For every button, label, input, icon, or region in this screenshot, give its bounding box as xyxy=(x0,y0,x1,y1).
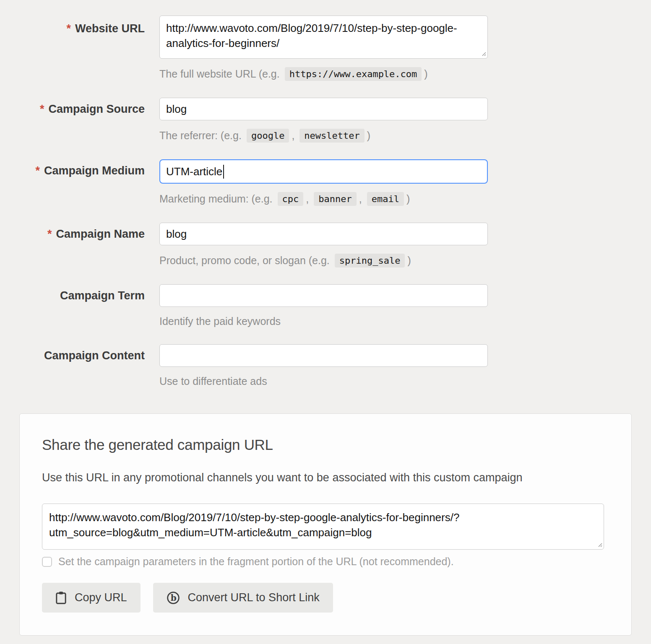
help-text: Identify the paid keywords xyxy=(159,315,281,327)
fragment-checkbox-label: Set the campaign parameters in the fragm… xyxy=(58,556,454,568)
help-code-example: https://www.example.com xyxy=(285,67,422,81)
utm-form: * Website URL http://www.wavoto.com/Blog… xyxy=(0,0,651,387)
field-label: Campaign Content xyxy=(44,349,145,362)
field-row-campaign-medium: * Campaign Medium UTM-article Marketing … xyxy=(0,159,651,206)
campaign-medium-help: Marketing medium: (e.g. cpc , banner , e… xyxy=(159,192,488,206)
help-text: , xyxy=(306,193,309,205)
field-row-website-url: * Website URL http://www.wavoto.com/Blog… xyxy=(0,16,651,81)
field-label: Campaign Source xyxy=(48,103,145,116)
website-url-textarea-wrap: http://www.wavoto.com/Blog/2019/7/10/ste… xyxy=(159,16,488,59)
share-card-description: Use this URL in any promotional channels… xyxy=(42,471,609,484)
convert-short-link-button[interactable]: b Convert URL to Short Link xyxy=(153,583,333,613)
help-text: Product, promo code, or slogan (e.g. xyxy=(159,254,330,267)
clipboard-icon xyxy=(55,591,67,605)
field-label: Campaign Medium xyxy=(44,164,145,177)
campaign-url-builder-page: * Website URL http://www.wavoto.com/Blog… xyxy=(0,0,651,644)
campaign-name-input[interactable] xyxy=(159,223,488,245)
campaign-name-field: Product, promo code, or slogan (e.g. spr… xyxy=(159,223,488,267)
required-asterisk: * xyxy=(35,164,40,177)
svg-text:b: b xyxy=(170,593,176,603)
help-code-example: newsletter xyxy=(299,129,364,143)
field-label: Campaign Term xyxy=(60,289,145,302)
help-code-example: banner xyxy=(314,192,356,206)
help-text: , xyxy=(359,193,362,205)
campaign-source-field: The referrer: (e.g. google , newsletter … xyxy=(159,98,488,143)
campaign-term-help: Identify the paid keywords xyxy=(159,315,488,327)
fragment-option-row: Set the campaign parameters in the fragm… xyxy=(42,556,609,568)
website-url-help: The full website URL (e.g. https://www.e… xyxy=(159,67,488,81)
campaign-content-input[interactable] xyxy=(159,344,488,367)
campaign-source-label: * Campaign Source xyxy=(0,98,145,143)
help-code-example: spring_sale xyxy=(335,254,405,267)
website-url-input[interactable]: http://www.wavoto.com/Blog/2019/7/10/ste… xyxy=(159,16,488,59)
campaign-medium-label: * Campaign Medium xyxy=(0,159,145,206)
help-text: ) xyxy=(407,254,411,267)
campaign-source-help: The referrer: (e.g. google , newsletter … xyxy=(159,129,488,143)
campaign-term-label: Campaign Term xyxy=(0,284,145,327)
fragment-checkbox[interactable] xyxy=(42,557,52,567)
campaign-source-input[interactable] xyxy=(159,98,488,120)
field-row-campaign-name: * Campaign Name Product, promo code, or … xyxy=(0,223,651,267)
help-text: ) xyxy=(367,130,370,142)
campaign-medium-field: UTM-article Marketing medium: (e.g. cpc … xyxy=(159,159,488,206)
required-asterisk: * xyxy=(40,103,44,116)
bitly-icon: b xyxy=(167,591,180,605)
help-text: The referrer: (e.g. xyxy=(159,130,242,142)
share-card-title: Share the generated campaign URL xyxy=(42,436,609,453)
website-url-label: * Website URL xyxy=(0,16,145,81)
campaign-name-label: * Campaign Name xyxy=(0,223,145,267)
help-text: ) xyxy=(424,68,427,80)
help-text: , xyxy=(292,130,294,142)
campaign-medium-input[interactable]: UTM-article xyxy=(159,159,488,184)
field-label: Website URL xyxy=(75,22,145,35)
field-row-campaign-source: * Campaign Source The referrer: (e.g. go… xyxy=(0,98,651,143)
field-label: Campaign Name xyxy=(56,228,145,241)
help-code-example: cpc xyxy=(278,192,304,206)
help-text: ) xyxy=(406,193,410,205)
help-code-example: google xyxy=(247,129,289,143)
campaign-medium-value: UTM-article xyxy=(166,165,222,178)
copy-url-button[interactable]: Copy URL xyxy=(42,583,141,613)
share-url-card: Share the generated campaign URL Use thi… xyxy=(19,413,632,636)
campaign-name-help: Product, promo code, or slogan (e.g. spr… xyxy=(159,254,488,267)
campaign-content-help: Use to differentiate ads xyxy=(159,375,488,387)
convert-short-link-label: Convert URL to Short Link xyxy=(188,591,320,604)
help-code-example: email xyxy=(367,192,404,206)
help-text: Marketing medium: (e.g. xyxy=(159,193,273,205)
help-text: Use to differentiate ads xyxy=(159,375,267,387)
campaign-content-label: Campaign Content xyxy=(0,344,145,387)
generated-url-wrap: http://www.wavoto.com/Blog/2019/7/10/ste… xyxy=(42,504,604,550)
campaign-content-field: Use to differentiate ads xyxy=(159,344,488,387)
campaign-term-input[interactable] xyxy=(159,284,488,307)
field-row-campaign-term: Campaign Term Identify the paid keywords xyxy=(0,284,651,327)
text-cursor xyxy=(223,165,224,179)
field-row-campaign-content: Campaign Content Use to differentiate ad… xyxy=(0,344,651,387)
help-text: The full website URL (e.g. xyxy=(159,68,280,80)
website-url-field: http://www.wavoto.com/Blog/2019/7/10/ste… xyxy=(159,16,488,81)
generated-url-textarea[interactable]: http://www.wavoto.com/Blog/2019/7/10/ste… xyxy=(42,504,604,550)
copy-url-label: Copy URL xyxy=(75,591,127,604)
required-asterisk: * xyxy=(47,228,52,241)
required-asterisk: * xyxy=(66,22,71,35)
share-actions: Copy URL b Convert URL to Short Link xyxy=(42,583,609,613)
campaign-term-field: Identify the paid keywords xyxy=(159,284,488,327)
